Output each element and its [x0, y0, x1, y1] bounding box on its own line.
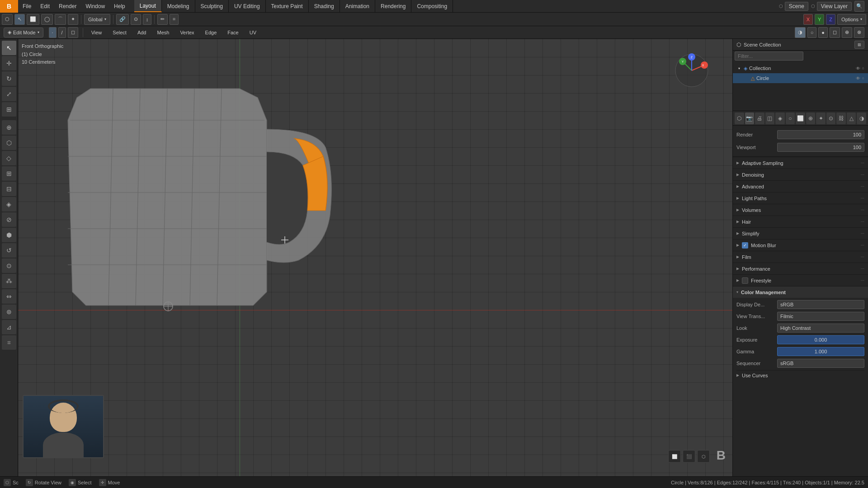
viewport-btn-2[interactable]: ⬛ — [683, 450, 695, 463]
tool-shrink-fatten[interactable]: ⊛ — [2, 305, 16, 319]
prop-tab-scene[interactable]: ⬡ — [735, 113, 744, 124]
tab-animation[interactable]: Animation — [340, 0, 375, 12]
tool-bevel[interactable]: ◇ — [2, 151, 16, 165]
tool-extrude[interactable]: ⊕ — [2, 120, 16, 135]
tab-shading[interactable]: Shading — [309, 0, 340, 12]
tab-layout[interactable]: Layout — [134, 0, 162, 12]
menu-add-btn[interactable]: Add — [134, 28, 150, 38]
x-axis-btn[interactable]: X — [803, 14, 813, 25]
tool-circle-select[interactable]: ◯ — [41, 14, 53, 25]
section-film[interactable]: ▶ Film ··· — [733, 251, 868, 263]
section-hair[interactable]: ▶ Hair ··· — [733, 216, 868, 227]
blender-logo[interactable]: B — [0, 0, 18, 13]
section-denoising[interactable]: ▶ Denoising ··· — [733, 169, 868, 180]
tool-select-btn[interactable]: ↖ — [14, 14, 25, 25]
prop-tab-modifier[interactable]: ⊕ — [806, 113, 816, 124]
tool-cursor[interactable]: ↖ — [2, 41, 16, 55]
menu-uv-btn[interactable]: UV — [246, 28, 260, 38]
prop-tab-view-layer[interactable]: ◫ — [765, 113, 775, 124]
tool-scale[interactable]: ⤢ — [2, 87, 16, 101]
tool-mode-btn[interactable]: ⬡ — [2, 14, 13, 25]
motion-blur-checkbox[interactable]: ✓ — [742, 242, 748, 249]
circle-visibility-icon[interactable]: 👁 — [856, 76, 860, 81]
outliner-search-input[interactable] — [735, 52, 803, 61]
options-dropdown[interactable]: Options ▾ — [837, 14, 866, 25]
prop-tab-object[interactable]: ⬜ — [796, 113, 805, 124]
tree-item-collection[interactable]: ▾ ◈ Collection 👁 ○ — [733, 63, 868, 73]
section-freestyle[interactable]: ▶ Freestyle ··· — [733, 274, 868, 286]
tab-uv-editing[interactable]: UV Editing — [229, 0, 266, 12]
prop-tab-render[interactable]: 📷 — [745, 113, 755, 124]
viewport-shading-rendered[interactable]: ○ — [807, 27, 817, 38]
tree-item-circle[interactable]: △ Circle 👁 ○ — [733, 73, 868, 83]
tool-move[interactable]: ✛ — [2, 56, 16, 70]
3d-viewport[interactable]: Front Orthographic (1) Circle 10 Centime… — [18, 39, 732, 476]
viewport-value-input[interactable] — [777, 143, 864, 152]
viewport-shading-material[interactable]: ● — [818, 27, 828, 38]
viewport-shading-wireframe[interactable]: ◻ — [830, 27, 840, 38]
y-axis-btn[interactable]: Y — [815, 14, 824, 25]
menu-select-btn[interactable]: Select — [109, 28, 130, 38]
outliner-filter-btn[interactable]: ⊞ — [854, 41, 864, 49]
visibility-icon[interactable]: 👁 — [856, 66, 860, 71]
mirror-toggle[interactable]: ↕ — [143, 14, 152, 25]
tab-sculpting[interactable]: Sculpting — [195, 0, 229, 12]
look-dropdown[interactable]: High Contrast — [777, 324, 864, 333]
tool-offset-cut[interactable]: ⊟ — [2, 182, 16, 196]
menu-view-btn[interactable]: View — [88, 28, 106, 38]
viewport-btn-3[interactable]: ⬡ — [697, 450, 710, 463]
z-axis-btn[interactable]: Z — [826, 14, 835, 25]
grease-pencil[interactable]: ✏ — [157, 14, 168, 25]
section-motion-blur[interactable]: ▶ ✓ Motion Blur ··· — [733, 239, 868, 251]
tool-lasso-select[interactable]: ⌒ — [55, 14, 66, 25]
tool-measure[interactable]: ⌗ — [2, 335, 16, 350]
menu-window[interactable]: Window — [81, 0, 109, 12]
section-adaptive-sampling[interactable]: ▶ Adaptive Sampling ··· — [733, 157, 868, 169]
tool-spin[interactable]: ↺ — [2, 243, 16, 258]
tool-tweak[interactable]: ✦ — [68, 14, 78, 25]
freestyle-checkbox[interactable] — [742, 277, 748, 284]
scene-name-field[interactable]: Scene — [785, 2, 808, 11]
transform-dropdown[interactable]: Global ▾ — [84, 14, 110, 25]
prop-tab-world[interactable]: ○ — [786, 113, 795, 124]
exposure-value-display[interactable]: 0.000 — [777, 335, 864, 344]
tool-shear[interactable]: ⊿ — [2, 320, 16, 334]
navigation-gizmo[interactable]: X Y Z — [674, 52, 710, 89]
prop-tab-constraint[interactable]: ⛓ — [836, 113, 846, 124]
prop-tab-material[interactable]: ◑ — [857, 113, 866, 124]
menu-render[interactable]: Render — [54, 0, 81, 12]
viewport-shading-solid[interactable]: ◑ — [795, 27, 806, 38]
snap-toggle[interactable]: 🔗 — [116, 14, 129, 25]
annotate[interactable]: ⌗ — [170, 14, 179, 25]
tool-edge-slide[interactable]: ⇔ — [2, 289, 16, 304]
tab-compositing[interactable]: Compositing — [411, 0, 453, 12]
tool-inset[interactable]: ⬡ — [2, 136, 16, 150]
face-mode-btn[interactable]: ◻ — [68, 27, 78, 38]
menu-vertex-btn[interactable]: Vertex — [176, 28, 198, 38]
menu-edit[interactable]: Edit — [36, 0, 54, 12]
section-performance[interactable]: ▶ Performance ··· — [733, 263, 868, 274]
use-curves-row[interactable]: ▶ Use Curves — [736, 370, 864, 380]
viewport-btn-1[interactable]: ⬜ — [668, 450, 681, 463]
tab-texture-paint[interactable]: Texture Paint — [266, 0, 309, 12]
tool-poly-build[interactable]: ⬢ — [2, 228, 16, 242]
prop-tab-particles[interactable]: ✦ — [816, 113, 826, 124]
section-simplify[interactable]: ▶ Simplify ··· — [733, 227, 868, 239]
display-device-dropdown[interactable]: sRGB — [777, 300, 864, 309]
render-value-input[interactable] — [777, 130, 864, 139]
section-volumes[interactable]: ▶ Volumes ··· — [733, 204, 868, 216]
overlay-toggle[interactable]: ⊕ — [842, 27, 852, 38]
sequencer-dropdown[interactable]: sRGB — [777, 359, 864, 368]
tab-rendering[interactable]: Rendering — [375, 0, 411, 12]
section-light-paths[interactable]: ▶ Light Paths ··· — [733, 192, 868, 204]
gamma-value-display[interactable]: 1.000 — [777, 347, 864, 356]
proportional-toggle[interactable]: ⊙ — [131, 14, 141, 25]
tool-box-select[interactable]: ⬜ — [27, 14, 39, 25]
tool-randomize[interactable]: ⁂ — [2, 274, 16, 288]
vertex-mode-btn[interactable]: · — [49, 27, 57, 38]
tool-smooth[interactable]: ⊙ — [2, 258, 16, 273]
menu-help[interactable]: Help — [109, 0, 130, 12]
view-transform-dropdown[interactable]: Filmic — [777, 312, 864, 321]
tool-knife[interactable]: ◈ — [2, 197, 16, 211]
prop-tab-scene2[interactable]: ◈ — [775, 113, 785, 124]
